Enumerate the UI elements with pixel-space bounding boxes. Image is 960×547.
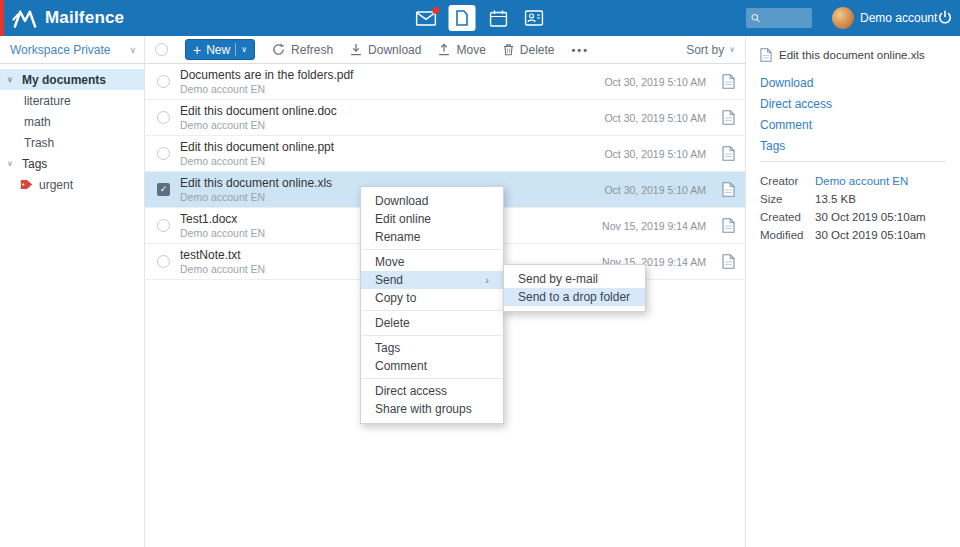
sidebar-item-math[interactable]: math <box>0 111 144 132</box>
details-actions: Download Direct access Comment Tags <box>760 77 946 152</box>
brand-name: Mailfence <box>45 8 124 28</box>
field-value: 13.5 KB <box>815 190 856 208</box>
top-navigation <box>413 0 548 36</box>
menu-separator <box>362 378 502 379</box>
sidebar-item-my-documents[interactable]: ∨ My documents <box>0 69 144 90</box>
row-checkbox-checked[interactable]: ✓ <box>157 183 170 196</box>
new-button-label: New <box>206 43 230 57</box>
row-checkbox[interactable] <box>157 75 170 88</box>
row-checkbox[interactable] <box>157 111 170 124</box>
calendar-icon <box>489 10 507 27</box>
more-options-button[interactable]: ••• <box>572 44 590 56</box>
file-row[interactable]: Documents are in the folders.pdf Demo ac… <box>145 64 745 100</box>
sidebar-item-literature[interactable]: literature <box>0 90 144 111</box>
nav-documents[interactable] <box>449 5 476 31</box>
details-comment-link[interactable]: Comment <box>760 119 946 131</box>
refresh-button[interactable]: Refresh <box>272 43 333 57</box>
menu-item-tags[interactable]: Tags <box>361 339 503 357</box>
menu-item-share-with-groups[interactable]: Share with groups <box>361 400 503 418</box>
move-icon <box>438 43 450 56</box>
chevron-down-icon: ∨ <box>129 45 136 55</box>
file-type-icon <box>760 48 772 62</box>
menu-item-delete[interactable]: Delete <box>361 314 503 332</box>
power-icon <box>937 10 953 26</box>
delete-label: Delete <box>520 43 555 57</box>
sidebar-item-label: Trash <box>24 136 54 150</box>
send-submenu: Send by e-mail Send to a drop folder <box>503 264 646 312</box>
move-button[interactable]: Move <box>438 43 485 57</box>
menu-item-edit-online[interactable]: Edit online <box>361 210 503 228</box>
details-download-link[interactable]: Download <box>760 77 946 89</box>
details-field-modified: Modified 30 Oct 2019 05:10am <box>760 226 946 244</box>
sidebar-item-label: Tags <box>22 157 47 171</box>
sidebar-item-label: My documents <box>22 73 106 87</box>
file-type-icon <box>722 182 735 197</box>
details-title: Edit this document online.xls <box>779 49 925 61</box>
submenu-item-send-by-email[interactable]: Send by e-mail <box>504 270 645 288</box>
chevron-down-icon: ∨ <box>7 159 17 168</box>
file-date: Nov 15, 2019 9:14 AM <box>602 220 706 232</box>
logout-button[interactable] <box>937 10 953 26</box>
details-divider <box>760 161 946 162</box>
field-label: Modified <box>760 226 815 244</box>
field-value: 30 Oct 2019 05:10am <box>815 208 926 226</box>
workspace-selector[interactable]: Workspace Private ∨ <box>0 36 145 64</box>
field-label: Created <box>760 208 815 226</box>
nav-mail[interactable] <box>413 5 440 31</box>
menu-item-download[interactable]: Download <box>361 192 503 210</box>
account-name[interactable]: Demo account <box>860 0 937 36</box>
details-field-creator: Creator Demo account EN <box>760 172 946 190</box>
menu-item-send[interactable]: Send › <box>361 271 503 289</box>
file-date: Oct 30, 2019 5:10 AM <box>604 148 706 160</box>
file-date: Oct 30, 2019 5:10 AM <box>604 112 706 124</box>
field-label: Creator <box>760 172 815 190</box>
tag-icon <box>20 179 33 190</box>
submenu-item-send-to-drop-folder[interactable]: Send to a drop folder <box>504 288 645 306</box>
menu-item-rename[interactable]: Rename <box>361 228 503 246</box>
details-panel: Edit this document online.xls Download D… <box>745 36 960 547</box>
nav-calendar[interactable] <box>485 5 512 31</box>
menu-item-label: Send <box>375 271 403 289</box>
nav-contacts[interactable] <box>521 5 548 31</box>
menu-separator <box>362 249 502 250</box>
row-checkbox[interactable] <box>157 219 170 232</box>
field-label: Size <box>760 190 815 208</box>
field-value: 30 Oct 2019 05:10am <box>815 226 926 244</box>
download-button[interactable]: Download <box>350 43 421 57</box>
sidebar-item-tag-urgent[interactable]: urgent <box>0 174 144 195</box>
sort-by-label: Sort by <box>686 43 724 57</box>
menu-item-move[interactable]: Move <box>361 253 503 271</box>
delete-button[interactable]: Delete <box>503 43 555 57</box>
brand-logo[interactable]: Mailfence <box>12 0 124 36</box>
file-owner: Demo account EN <box>180 119 594 132</box>
details-tags-link[interactable]: Tags <box>760 140 946 152</box>
row-checkbox[interactable] <box>157 147 170 160</box>
row-checkbox[interactable] <box>157 255 170 268</box>
search-input[interactable] <box>764 12 807 24</box>
menu-separator <box>362 335 502 336</box>
file-type-icon <box>722 110 735 125</box>
file-name: Documents are in the folders.pdf <box>180 68 594 82</box>
menu-item-direct-access[interactable]: Direct access <box>361 382 503 400</box>
sort-by-button[interactable]: Sort by ∨ <box>686 43 735 57</box>
trash-icon <box>503 43 514 56</box>
refresh-icon <box>272 43 285 56</box>
search-box[interactable] <box>746 8 812 28</box>
file-row[interactable]: Edit this document online.ppt Demo accou… <box>145 136 745 172</box>
sidebar-item-trash[interactable]: Trash <box>0 132 144 153</box>
check-icon: ✓ <box>160 185 168 194</box>
new-button[interactable]: + New ∨ <box>185 39 255 60</box>
sidebar-item-tags[interactable]: ∨ Tags <box>0 153 144 174</box>
details-direct-access-link[interactable]: Direct access <box>760 98 946 110</box>
sidebar-item-label: math <box>24 115 51 129</box>
menu-item-comment[interactable]: Comment <box>361 357 503 375</box>
field-value-link[interactable]: Demo account EN <box>815 172 908 190</box>
menu-item-copy-to[interactable]: Copy to <box>361 289 503 307</box>
select-all-checkbox[interactable] <box>155 43 168 56</box>
chevron-down-icon: ∨ <box>241 45 247 54</box>
file-meta: Edit this document online.ppt Demo accou… <box>180 140 594 168</box>
sidebar: ∨ My documents literature math Trash ∨ T… <box>0 64 145 547</box>
avatar[interactable] <box>832 7 854 29</box>
file-row[interactable]: Edit this document online.doc Demo accou… <box>145 100 745 136</box>
menu-separator <box>362 310 502 311</box>
